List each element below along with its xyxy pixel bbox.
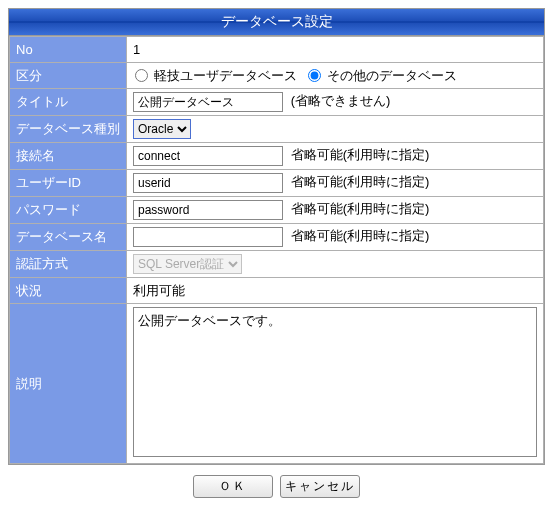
hint-title-required: (省略できません) [291, 93, 391, 108]
value-division: 軽技ユーザデータベース その他のデータベース [127, 63, 544, 89]
title-input[interactable] [133, 92, 283, 112]
label-password: パスワード [10, 197, 127, 224]
radio-other-db-label[interactable]: その他のデータベース [327, 68, 457, 83]
radio-keigi-db[interactable] [135, 69, 148, 82]
cancel-button[interactable]: キャンセル [280, 475, 360, 498]
connection-input[interactable] [133, 146, 283, 166]
label-division: 区分 [10, 63, 127, 89]
label-title: タイトル [10, 89, 127, 116]
value-no: 1 [127, 37, 544, 63]
label-description: 説明 [10, 304, 127, 464]
value-status: 利用可能 [127, 278, 544, 304]
hint-connection: 省略可能(利用時に指定) [291, 147, 430, 162]
description-textarea[interactable] [133, 307, 537, 457]
label-user-id: ユーザーID [10, 170, 127, 197]
user-id-input[interactable] [133, 173, 283, 193]
label-db-name: データベース名 [10, 224, 127, 251]
hint-password: 省略可能(利用時に指定) [291, 201, 430, 216]
label-db-type: データベース種別 [10, 116, 127, 143]
label-auth-method: 認証方式 [10, 251, 127, 278]
label-no: No [10, 37, 127, 63]
dialog-title: データベース設定 [9, 9, 544, 36]
label-connection: 接続名 [10, 143, 127, 170]
ok-button[interactable]: ＯＫ [193, 475, 273, 498]
db-name-input[interactable] [133, 227, 283, 247]
hint-db-name: 省略可能(利用時に指定) [291, 228, 430, 243]
hint-user-id: 省略可能(利用時に指定) [291, 174, 430, 189]
radio-other-db[interactable] [308, 69, 321, 82]
db-type-select[interactable]: Oracle [133, 119, 191, 139]
settings-form: No 1 区分 軽技ユーザデータベース その他のデータベース タイトル (省略で… [9, 36, 544, 464]
button-row: ＯＫ キャンセル [8, 465, 545, 508]
auth-method-select: SQL Server認証 [133, 254, 242, 274]
radio-keigi-db-label[interactable]: 軽技ユーザデータベース [154, 68, 297, 83]
password-input[interactable] [133, 200, 283, 220]
database-settings-dialog: データベース設定 No 1 区分 軽技ユーザデータベース その他のデータベース … [8, 8, 545, 465]
label-status: 状況 [10, 278, 127, 304]
